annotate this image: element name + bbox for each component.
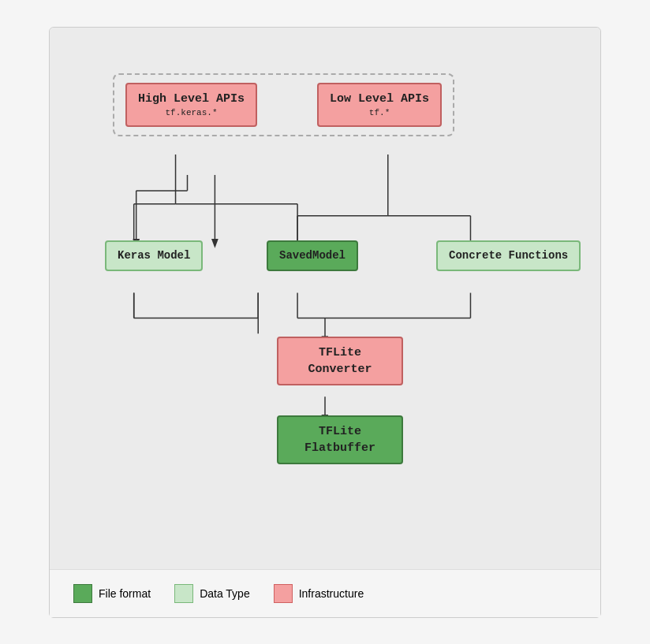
boxes-layer: High Level APIs tf.keras.* Low Level API…: [65, 51, 585, 553]
api-group: High Level APIs tf.keras.* Low Level API…: [113, 73, 454, 136]
legend-data-type: Data Type: [174, 584, 250, 603]
outer-container: High Level APIs tf.keras.* Low Level API…: [49, 27, 601, 618]
legend-file-format: File format: [73, 584, 151, 603]
legend-green-box: [73, 584, 92, 603]
low-level-apis-box: Low Level APIs tf.*: [317, 83, 442, 127]
legend-area: File format Data Type Infrastructure: [50, 569, 600, 617]
legend-lightgreen-box: [174, 584, 193, 603]
high-level-apis-box: High Level APIs tf.keras.*: [125, 83, 257, 127]
keras-model-box: Keras Model: [105, 240, 203, 272]
legend-infrastructure: Infrastructure: [274, 584, 364, 603]
tflite-converter-box: TFLiteConverter: [277, 337, 403, 385]
tflite-flatbuffer-box: TFLiteFlatbuffer: [277, 415, 403, 464]
diagram-area: High Level APIs tf.keras.* Low Level API…: [50, 28, 600, 569]
legend-pink-box: [274, 584, 293, 603]
saved-model-box: SavedModel: [267, 240, 358, 272]
concrete-functions-box: Concrete Functions: [436, 240, 581, 272]
